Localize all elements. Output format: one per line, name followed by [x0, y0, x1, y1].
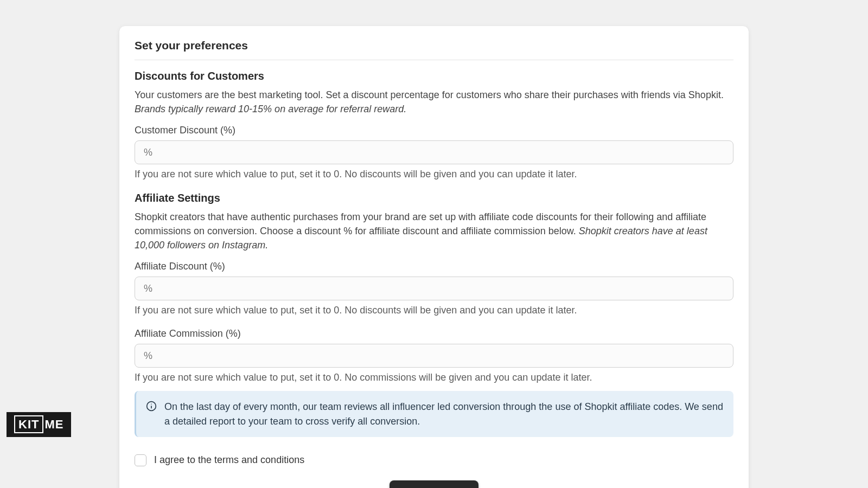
customer-discount-input[interactable] [135, 140, 733, 164]
discounts-heading: Discounts for Customers [135, 70, 733, 82]
affiliate-commission-help: If you are not sure which value to put, … [135, 372, 733, 383]
info-banner: On the last day of every month, our team… [135, 391, 733, 436]
affiliate-discount-help: If you are not sure which value to put, … [135, 305, 733, 316]
affiliate-commission-label: Affiliate Commission (%) [135, 328, 733, 339]
customer-discount-help: If you are not sure which value to put, … [135, 169, 733, 180]
info-icon [146, 401, 157, 412]
preferences-card: Set your preferences Discounts for Custo… [119, 26, 749, 488]
affiliate-heading: Affiliate Settings [135, 192, 733, 204]
affiliate-discount-label: Affiliate Discount (%) [135, 261, 733, 272]
terms-label: I agree to the terms and conditions [154, 454, 304, 466]
svg-point-2 [151, 404, 152, 405]
affiliate-commission-input[interactable] [135, 344, 733, 368]
kitme-logo: KITME [7, 412, 71, 437]
logo-part1: KIT [14, 415, 43, 433]
submit-review-button[interactable]: Submit Review [390, 480, 478, 488]
discounts-description: Your customers are the best marketing to… [135, 88, 733, 116]
discounts-desc-hint: Brands typically reward 10-15% on averag… [135, 104, 406, 114]
affiliate-description: Shopkit creators that have authentic pur… [135, 210, 733, 252]
affiliate-discount-input[interactable] [135, 277, 733, 300]
terms-checkbox[interactable] [135, 454, 146, 466]
customer-discount-label: Customer Discount (%) [135, 125, 733, 136]
terms-row: I agree to the terms and conditions [135, 454, 733, 466]
discounts-desc-main: Your customers are the best marketing to… [135, 89, 724, 100]
logo-part2: ME [44, 418, 63, 431]
info-banner-text: On the last day of every month, our team… [164, 400, 724, 428]
submit-row: Submit Review [135, 480, 733, 488]
card-title: Set your preferences [135, 39, 733, 60]
